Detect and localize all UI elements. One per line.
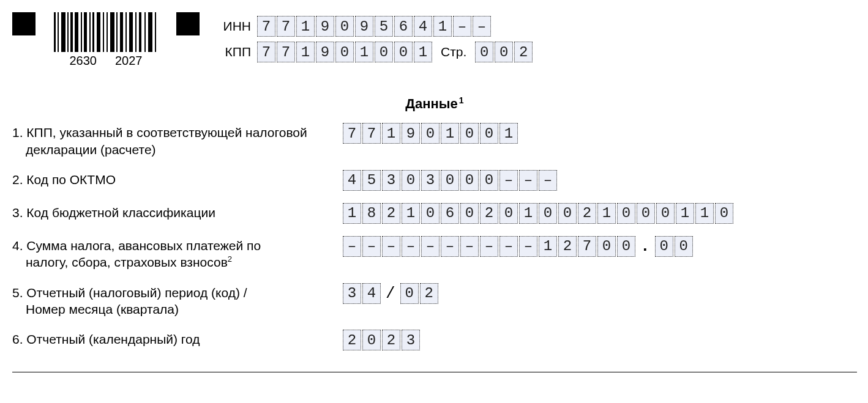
char-cell: – [441, 236, 459, 257]
row2-label: 2. Код по ОКТМО [12, 170, 343, 188]
char-cell: 1 [676, 203, 694, 224]
char-cell: 0 [480, 123, 498, 144]
char-cell: – [343, 236, 361, 257]
row1-label: 1. КПП, указанный в соответствующей нало… [12, 123, 343, 158]
char-cell: – [499, 236, 518, 257]
kpp-cells: 771901001 [257, 42, 432, 62]
char-cell: 0 [558, 203, 577, 224]
char-cell: 7 [362, 123, 381, 144]
char-cell: 0 [400, 283, 419, 304]
char-cell: 0 [656, 203, 675, 224]
char-cell: 0 [335, 16, 354, 37]
char-cell: 9 [316, 42, 334, 62]
svg-rect-8 [89, 12, 91, 52]
char-cell: 1 [519, 203, 537, 224]
svg-rect-11 [103, 12, 104, 52]
svg-rect-20 [144, 12, 146, 52]
corner-marker-left [12, 12, 36, 35]
barcode-number-left: 2630 [70, 54, 97, 68]
char-cell: – [460, 236, 479, 257]
row2-cells: 45303000––– [343, 170, 557, 191]
char-cell: 0 [475, 42, 493, 62]
char-cell: 7 [277, 42, 295, 62]
char-cell: 0 [499, 203, 518, 224]
svg-rect-2 [61, 12, 65, 52]
char-cell: 0 [480, 170, 498, 191]
char-cell: – [499, 170, 518, 191]
char-cell: 1 [296, 16, 315, 37]
char-cell: 1 [382, 123, 400, 144]
char-cell: 0 [495, 42, 513, 62]
char-cell: 2 [420, 283, 438, 304]
svg-rect-18 [135, 12, 137, 52]
char-cell: – [480, 236, 498, 257]
char-cell: – [453, 16, 471, 37]
row4-label: 4. Сумма налога, авансовых платежей по н… [12, 236, 343, 271]
char-cell: 1 [597, 203, 616, 224]
section-title: Данные1 [12, 95, 857, 112]
char-cell: 0 [460, 203, 479, 224]
char-cell: 0 [655, 236, 673, 257]
decimal-dot: . [639, 237, 651, 256]
inn-label: ИНН [218, 19, 251, 34]
row3-label: 3. Код бюджетной классификации [12, 203, 343, 221]
svg-rect-16 [125, 12, 127, 52]
svg-rect-15 [120, 12, 123, 52]
row3-cells: 18210602010021000110 [343, 203, 733, 224]
char-cell: 1 [414, 42, 432, 62]
svg-rect-4 [70, 12, 73, 52]
barcode-bars [54, 12, 158, 55]
char-cell: 7 [277, 16, 295, 37]
svg-rect-3 [67, 12, 69, 52]
row5-cells-a: 34 [343, 283, 381, 304]
char-cell: – [362, 236, 381, 257]
char-cell: 6 [441, 203, 459, 224]
char-cell: 7 [257, 16, 275, 37]
svg-rect-1 [58, 12, 59, 52]
svg-rect-19 [139, 12, 141, 52]
char-cell: 3 [343, 283, 361, 304]
svg-rect-22 [155, 12, 156, 52]
char-cell: 7 [257, 42, 275, 62]
char-cell: – [539, 170, 557, 191]
char-cell: 0 [597, 236, 616, 257]
svg-rect-10 [97, 12, 100, 52]
char-cell: 0 [362, 330, 381, 350]
svg-rect-14 [116, 12, 118, 52]
svg-rect-6 [81, 12, 82, 52]
char-cell: 1 [433, 16, 452, 37]
char-cell: 8 [362, 203, 381, 224]
corner-marker-right [176, 12, 200, 35]
char-cell: 9 [316, 16, 334, 37]
svg-rect-17 [129, 12, 133, 52]
char-cell: 1 [695, 203, 714, 224]
row6-cells: 2023 [343, 330, 420, 350]
svg-rect-0 [54, 12, 56, 52]
row1-cells: 771901001 [343, 123, 518, 144]
char-cell: 0 [539, 203, 557, 224]
row4-cells-dec: 00 [655, 236, 693, 257]
char-cell: 2 [558, 236, 577, 257]
char-cell: 4 [414, 16, 432, 37]
char-cell: 6 [394, 16, 413, 37]
row5-label: 5. Отчетный (налоговый) период (код) / Н… [12, 283, 343, 318]
char-cell: 0 [421, 203, 440, 224]
char-cell: – [402, 236, 420, 257]
char-cell: 0 [402, 170, 420, 191]
char-cell: 2 [382, 203, 400, 224]
char-cell: 1 [539, 236, 557, 257]
svg-rect-21 [148, 12, 152, 52]
char-cell: 1 [499, 123, 518, 144]
char-cell: 2 [578, 203, 596, 224]
page-cells: 002 [475, 42, 533, 62]
char-cell: 0 [335, 42, 354, 62]
char-cell: 0 [675, 236, 693, 257]
char-cell: 1 [343, 203, 361, 224]
char-cell: 0 [617, 203, 635, 224]
char-cell: 0 [375, 42, 393, 62]
char-cell: – [519, 170, 537, 191]
char-cell: 7 [578, 236, 596, 257]
char-cell: – [382, 236, 400, 257]
char-cell: 0 [460, 170, 479, 191]
char-cell: – [473, 16, 491, 37]
